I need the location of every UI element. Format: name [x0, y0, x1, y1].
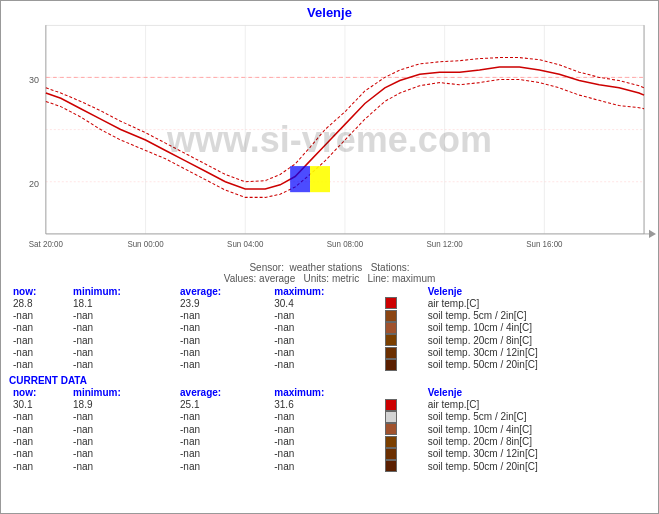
cell-min: 18.1 — [69, 297, 176, 309]
table-row: -nan -nan -nan -nan soil temp. 10cm / 4i… — [9, 322, 650, 334]
svg-text:Sat 20:00: Sat 20:00 — [29, 240, 64, 249]
table-row: -nan -nan -nan -nan soil temp. 20cm / 8i… — [9, 334, 650, 346]
main-container: Velenje 30 20 — [0, 0, 659, 514]
table-row: -nan -nan -nan -nan soil temp. 20cm / 8i… — [9, 435, 650, 447]
cell-swatch — [381, 297, 423, 309]
cell-swatch — [381, 346, 423, 358]
col-max-c: maximum: — [270, 387, 381, 398]
historical-header-row: now: minimum: average: maximum: Velenje — [9, 286, 650, 297]
cell-now: -nan — [9, 448, 69, 460]
svg-text:Sun 16:00: Sun 16:00 — [526, 240, 563, 249]
col-min-c: minimum: — [69, 387, 176, 398]
cell-max: -nan — [270, 423, 381, 435]
table-row: 30.1 18.9 25.1 31.6 air temp.[C] — [9, 398, 650, 410]
cell-min: -nan — [69, 448, 176, 460]
data-area: HISTORICAL DATA now: minimum: average: m… — [1, 266, 658, 513]
cell-swatch — [381, 460, 423, 472]
cell-max: -nan — [270, 448, 381, 460]
cell-max: -nan — [270, 334, 381, 346]
svg-text:Sun 04:00: Sun 04:00 — [227, 240, 264, 249]
cell-now: -nan — [9, 346, 69, 358]
cell-now: -nan — [9, 322, 69, 334]
cell-max: -nan — [270, 309, 381, 321]
cell-min: -nan — [69, 322, 176, 334]
cell-swatch — [381, 309, 423, 321]
cell-label: air temp.[C] — [424, 398, 650, 410]
table-row: -nan -nan -nan -nan soil temp. 10cm / 4i… — [9, 423, 650, 435]
cell-now: -nan — [9, 309, 69, 321]
cell-max: 30.4 — [270, 297, 381, 309]
legend-line1: Sensor: weather stations Stations: — [1, 262, 658, 273]
cell-avg: -nan — [176, 359, 270, 371]
table-row: -nan -nan -nan -nan soil temp. 50cm / 20… — [9, 359, 650, 371]
cell-max: -nan — [270, 359, 381, 371]
cell-avg: -nan — [176, 423, 270, 435]
cell-swatch — [381, 398, 423, 410]
cell-min: -nan — [69, 346, 176, 358]
col-now-c: now: — [9, 387, 69, 398]
cell-label: soil temp. 5cm / 2in[C] — [424, 411, 650, 423]
cell-now: 30.1 — [9, 398, 69, 410]
cell-now: -nan — [9, 435, 69, 447]
table-row: -nan -nan -nan -nan soil temp. 30cm / 12… — [9, 448, 650, 460]
cell-min: -nan — [69, 460, 176, 472]
cell-swatch — [381, 423, 423, 435]
cell-min: -nan — [69, 359, 176, 371]
current-section-title: CURRENT DATA — [9, 375, 650, 386]
svg-rect-23 — [310, 166, 330, 192]
cell-avg: 23.9 — [176, 297, 270, 309]
table-row: 28.8 18.1 23.9 30.4 air temp.[C] — [9, 297, 650, 309]
chart-canvas: 30 20 Sat 20:00 Sun 00:00 Sun 04 — [1, 20, 658, 260]
cell-min: -nan — [69, 309, 176, 321]
cell-avg: -nan — [176, 346, 270, 358]
cell-label: soil temp. 20cm / 8in[C] — [424, 334, 650, 346]
svg-text:Sun 08:00: Sun 08:00 — [327, 240, 364, 249]
legend-line2: Values: average Units: metric Line: maxi… — [1, 273, 658, 284]
table-row: -nan -nan -nan -nan soil temp. 5cm / 2in… — [9, 411, 650, 423]
cell-avg: -nan — [176, 460, 270, 472]
cell-now: -nan — [9, 411, 69, 423]
cell-now: -nan — [9, 334, 69, 346]
cell-now: -nan — [9, 423, 69, 435]
cell-avg: -nan — [176, 334, 270, 346]
cell-label: soil temp. 10cm / 4in[C] — [424, 423, 650, 435]
chart-title: Velenje — [1, 1, 658, 20]
cell-min: -nan — [69, 411, 176, 423]
cell-min: -nan — [69, 423, 176, 435]
cell-max: -nan — [270, 346, 381, 358]
cell-label: soil temp. 50cm / 20in[C] — [424, 460, 650, 472]
table-row: -nan -nan -nan -nan soil temp. 50cm / 20… — [9, 460, 650, 472]
cell-max: -nan — [270, 411, 381, 423]
cell-max: -nan — [270, 435, 381, 447]
cell-swatch — [381, 359, 423, 371]
cell-max: -nan — [270, 460, 381, 472]
cell-min: -nan — [69, 435, 176, 447]
cell-label: soil temp. 30cm / 12in[C] — [424, 448, 650, 460]
svg-rect-22 — [290, 166, 310, 192]
cell-avg: -nan — [176, 448, 270, 460]
cell-label: soil temp. 20cm / 8in[C] — [424, 435, 650, 447]
cell-avg: -nan — [176, 435, 270, 447]
cell-swatch — [381, 334, 423, 346]
chart-svg: 30 20 Sat 20:00 Sun 00:00 Sun 04 — [1, 20, 658, 260]
col-swatch-h — [381, 286, 423, 297]
cell-label: soil temp. 50cm / 20in[C] — [424, 359, 650, 371]
cell-avg: -nan — [176, 322, 270, 334]
current-header-row: now: minimum: average: maximum: Velenje — [9, 387, 650, 398]
table-row: -nan -nan -nan -nan soil temp. 5cm / 2in… — [9, 309, 650, 321]
cell-avg: -nan — [176, 411, 270, 423]
svg-marker-14 — [649, 230, 656, 238]
cell-now: 28.8 — [9, 297, 69, 309]
chart-legend: Sensor: weather stations Stations: Value… — [1, 260, 658, 286]
cell-label: soil temp. 5cm / 2in[C] — [424, 309, 650, 321]
chart-area: Velenje 30 20 — [1, 1, 658, 266]
cell-max: -nan — [270, 322, 381, 334]
col-min-h: minimum: — [69, 286, 176, 297]
cell-max: 31.6 — [270, 398, 381, 410]
cell-now: -nan — [9, 460, 69, 472]
historical-table: now: minimum: average: maximum: Velenje … — [9, 286, 650, 371]
svg-text:Sun 00:00: Sun 00:00 — [127, 240, 164, 249]
col-max-h: maximum: — [270, 286, 381, 297]
cell-label: soil temp. 10cm / 4in[C] — [424, 322, 650, 334]
col-now-h: now: — [9, 286, 69, 297]
